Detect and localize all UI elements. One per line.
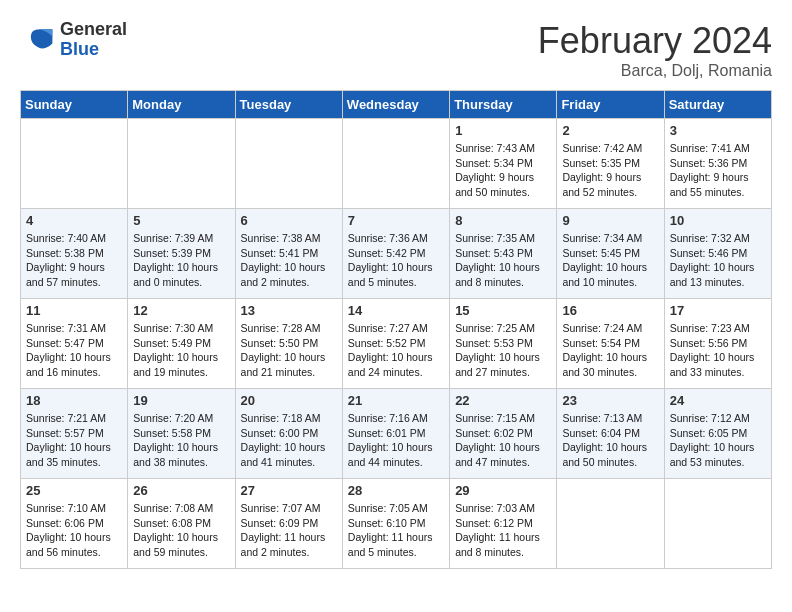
day-number: 13	[241, 303, 337, 318]
month-title: February 2024	[538, 20, 772, 62]
calendar-cell: 4Sunrise: 7:40 AM Sunset: 5:38 PM Daylig…	[21, 209, 128, 299]
calendar-cell: 23Sunrise: 7:13 AM Sunset: 6:04 PM Dayli…	[557, 389, 664, 479]
day-info: Sunrise: 7:10 AM Sunset: 6:06 PM Dayligh…	[26, 501, 122, 560]
day-info: Sunrise: 7:08 AM Sunset: 6:08 PM Dayligh…	[133, 501, 229, 560]
calendar-week-row: 25Sunrise: 7:10 AM Sunset: 6:06 PM Dayli…	[21, 479, 772, 569]
day-header-wednesday: Wednesday	[342, 91, 449, 119]
day-info: Sunrise: 7:18 AM Sunset: 6:00 PM Dayligh…	[241, 411, 337, 470]
calendar-cell: 22Sunrise: 7:15 AM Sunset: 6:02 PM Dayli…	[450, 389, 557, 479]
day-number: 17	[670, 303, 766, 318]
day-info: Sunrise: 7:21 AM Sunset: 5:57 PM Dayligh…	[26, 411, 122, 470]
calendar-cell	[557, 479, 664, 569]
day-info: Sunrise: 7:41 AM Sunset: 5:36 PM Dayligh…	[670, 141, 766, 200]
day-info: Sunrise: 7:13 AM Sunset: 6:04 PM Dayligh…	[562, 411, 658, 470]
day-header-thursday: Thursday	[450, 91, 557, 119]
calendar-cell: 6Sunrise: 7:38 AM Sunset: 5:41 PM Daylig…	[235, 209, 342, 299]
day-info: Sunrise: 7:28 AM Sunset: 5:50 PM Dayligh…	[241, 321, 337, 380]
calendar-cell	[128, 119, 235, 209]
day-info: Sunrise: 7:40 AM Sunset: 5:38 PM Dayligh…	[26, 231, 122, 290]
logo-general: General	[60, 19, 127, 39]
calendar-cell: 20Sunrise: 7:18 AM Sunset: 6:00 PM Dayli…	[235, 389, 342, 479]
calendar-cell: 29Sunrise: 7:03 AM Sunset: 6:12 PM Dayli…	[450, 479, 557, 569]
calendar-cell: 7Sunrise: 7:36 AM Sunset: 5:42 PM Daylig…	[342, 209, 449, 299]
logo: General Blue	[20, 20, 127, 60]
day-info: Sunrise: 7:07 AM Sunset: 6:09 PM Dayligh…	[241, 501, 337, 560]
day-info: Sunrise: 7:24 AM Sunset: 5:54 PM Dayligh…	[562, 321, 658, 380]
day-number: 20	[241, 393, 337, 408]
day-number: 22	[455, 393, 551, 408]
calendar-cell	[21, 119, 128, 209]
day-number: 10	[670, 213, 766, 228]
calendar-cell: 5Sunrise: 7:39 AM Sunset: 5:39 PM Daylig…	[128, 209, 235, 299]
day-number: 15	[455, 303, 551, 318]
day-header-saturday: Saturday	[664, 91, 771, 119]
calendar-cell: 17Sunrise: 7:23 AM Sunset: 5:56 PM Dayli…	[664, 299, 771, 389]
day-number: 2	[562, 123, 658, 138]
day-number: 7	[348, 213, 444, 228]
day-number: 25	[26, 483, 122, 498]
day-number: 26	[133, 483, 229, 498]
day-info: Sunrise: 7:31 AM Sunset: 5:47 PM Dayligh…	[26, 321, 122, 380]
day-number: 23	[562, 393, 658, 408]
day-number: 16	[562, 303, 658, 318]
day-header-sunday: Sunday	[21, 91, 128, 119]
day-info: Sunrise: 7:16 AM Sunset: 6:01 PM Dayligh…	[348, 411, 444, 470]
day-number: 12	[133, 303, 229, 318]
calendar-week-row: 18Sunrise: 7:21 AM Sunset: 5:57 PM Dayli…	[21, 389, 772, 479]
day-info: Sunrise: 7:15 AM Sunset: 6:02 PM Dayligh…	[455, 411, 551, 470]
day-info: Sunrise: 7:20 AM Sunset: 5:58 PM Dayligh…	[133, 411, 229, 470]
day-number: 29	[455, 483, 551, 498]
calendar-cell: 26Sunrise: 7:08 AM Sunset: 6:08 PM Dayli…	[128, 479, 235, 569]
calendar-cell: 27Sunrise: 7:07 AM Sunset: 6:09 PM Dayli…	[235, 479, 342, 569]
calendar-cell: 1Sunrise: 7:43 AM Sunset: 5:34 PM Daylig…	[450, 119, 557, 209]
title-block: February 2024 Barca, Dolj, Romania	[538, 20, 772, 80]
day-number: 19	[133, 393, 229, 408]
calendar-week-row: 11Sunrise: 7:31 AM Sunset: 5:47 PM Dayli…	[21, 299, 772, 389]
day-info: Sunrise: 7:34 AM Sunset: 5:45 PM Dayligh…	[562, 231, 658, 290]
day-number: 4	[26, 213, 122, 228]
day-number: 24	[670, 393, 766, 408]
calendar-cell: 8Sunrise: 7:35 AM Sunset: 5:43 PM Daylig…	[450, 209, 557, 299]
day-number: 11	[26, 303, 122, 318]
day-number: 1	[455, 123, 551, 138]
calendar-cell: 3Sunrise: 7:41 AM Sunset: 5:36 PM Daylig…	[664, 119, 771, 209]
day-info: Sunrise: 7:12 AM Sunset: 6:05 PM Dayligh…	[670, 411, 766, 470]
day-info: Sunrise: 7:30 AM Sunset: 5:49 PM Dayligh…	[133, 321, 229, 380]
day-number: 21	[348, 393, 444, 408]
day-info: Sunrise: 7:32 AM Sunset: 5:46 PM Dayligh…	[670, 231, 766, 290]
day-number: 8	[455, 213, 551, 228]
calendar-cell	[342, 119, 449, 209]
day-info: Sunrise: 7:36 AM Sunset: 5:42 PM Dayligh…	[348, 231, 444, 290]
day-info: Sunrise: 7:43 AM Sunset: 5:34 PM Dayligh…	[455, 141, 551, 200]
logo-icon	[20, 22, 56, 58]
day-info: Sunrise: 7:03 AM Sunset: 6:12 PM Dayligh…	[455, 501, 551, 560]
calendar-cell	[664, 479, 771, 569]
calendar-cell: 25Sunrise: 7:10 AM Sunset: 6:06 PM Dayli…	[21, 479, 128, 569]
calendar-cell: 12Sunrise: 7:30 AM Sunset: 5:49 PM Dayli…	[128, 299, 235, 389]
day-header-monday: Monday	[128, 91, 235, 119]
calendar-cell: 11Sunrise: 7:31 AM Sunset: 5:47 PM Dayli…	[21, 299, 128, 389]
day-info: Sunrise: 7:25 AM Sunset: 5:53 PM Dayligh…	[455, 321, 551, 380]
calendar-week-row: 1Sunrise: 7:43 AM Sunset: 5:34 PM Daylig…	[21, 119, 772, 209]
calendar-cell: 9Sunrise: 7:34 AM Sunset: 5:45 PM Daylig…	[557, 209, 664, 299]
day-info: Sunrise: 7:39 AM Sunset: 5:39 PM Dayligh…	[133, 231, 229, 290]
calendar-header-row: SundayMondayTuesdayWednesdayThursdayFrid…	[21, 91, 772, 119]
calendar-cell: 18Sunrise: 7:21 AM Sunset: 5:57 PM Dayli…	[21, 389, 128, 479]
calendar-cell: 24Sunrise: 7:12 AM Sunset: 6:05 PM Dayli…	[664, 389, 771, 479]
calendar-cell: 10Sunrise: 7:32 AM Sunset: 5:46 PM Dayli…	[664, 209, 771, 299]
page-header: General Blue February 2024 Barca, Dolj, …	[20, 20, 772, 80]
calendar-cell: 19Sunrise: 7:20 AM Sunset: 5:58 PM Dayli…	[128, 389, 235, 479]
calendar-cell	[235, 119, 342, 209]
day-number: 3	[670, 123, 766, 138]
day-number: 28	[348, 483, 444, 498]
day-number: 5	[133, 213, 229, 228]
day-info: Sunrise: 7:27 AM Sunset: 5:52 PM Dayligh…	[348, 321, 444, 380]
calendar-cell: 13Sunrise: 7:28 AM Sunset: 5:50 PM Dayli…	[235, 299, 342, 389]
logo-text: General Blue	[60, 20, 127, 60]
day-number: 6	[241, 213, 337, 228]
day-info: Sunrise: 7:38 AM Sunset: 5:41 PM Dayligh…	[241, 231, 337, 290]
calendar-week-row: 4Sunrise: 7:40 AM Sunset: 5:38 PM Daylig…	[21, 209, 772, 299]
day-number: 14	[348, 303, 444, 318]
calendar-cell: 2Sunrise: 7:42 AM Sunset: 5:35 PM Daylig…	[557, 119, 664, 209]
day-number: 9	[562, 213, 658, 228]
